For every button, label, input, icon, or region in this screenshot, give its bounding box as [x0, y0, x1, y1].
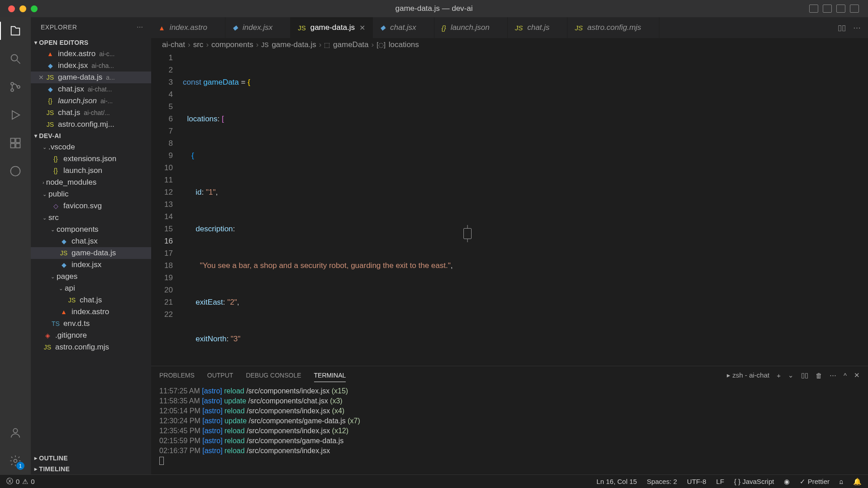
new-terminal-icon[interactable]: + [777, 372, 781, 379]
code-editor[interactable]: 12345678910111213141516171819202122 cons… [151, 52, 868, 366]
kill-terminal-icon[interactable]: 🗑 [816, 372, 822, 379]
editor-tab[interactable]: JSchat.js✕ [508, 17, 568, 38]
status-language[interactable]: { } JavaScript [734, 478, 774, 485]
status-cursor[interactable]: Ln 16, Col 15 [596, 478, 637, 485]
open-editor-item[interactable]: JSchat.jsai-chat/... [31, 107, 151, 119]
split-terminal-icon[interactable]: ▯▯ [801, 371, 808, 379]
breadcrumb-item[interactable]: ⬚ gameData [324, 40, 368, 49]
toggle-panel-bottom-icon[interactable] [823, 5, 832, 13]
editor-tab[interactable]: ◆index.jsx✕ [225, 17, 291, 38]
folder-item[interactable]: ⌄.vscode [31, 141, 151, 153]
code-content[interactable]: const gameData = { locations: [ { id: "1… [183, 52, 868, 366]
close-icon[interactable]: ✕ [37, 74, 45, 81]
maximize-panel-icon[interactable]: ^ [844, 372, 847, 379]
source-control-icon[interactable] [8, 80, 23, 94]
open-editor-item[interactable]: JSastro.config.mj... [31, 119, 151, 130]
timeline-header[interactable]: ▸TIMELINE [31, 464, 151, 474]
svg-point-1 [11, 82, 14, 85]
customize-layout-icon[interactable] [850, 5, 859, 13]
editor-tab[interactable]: JSgame-data.js✕ [291, 17, 373, 38]
open-editor-item[interactable]: ◆chat.jsxai-chat... [31, 83, 151, 95]
open-editor-item[interactable]: ◆index.jsxai-cha... [31, 60, 151, 72]
close-panel-icon[interactable]: ✕ [854, 371, 860, 379]
file-item[interactable]: ◆index.jsx [31, 259, 151, 271]
folder-item[interactable]: ›node_modules [31, 177, 151, 188]
folder-item[interactable]: ⌄public [31, 188, 151, 200]
status-errors[interactable]: ⓧ0⚠0 [6, 477, 35, 486]
open-editors-header[interactable]: ▾OPEN EDITORS [31, 37, 151, 48]
sidebar-explorer: EXPLORER ⋯ ▾OPEN EDITORS ▲index.astroai-… [31, 17, 151, 474]
settings-icon[interactable]: 1 [8, 454, 23, 468]
folder-item[interactable]: ⌄api [31, 282, 151, 294]
maximize-window-button[interactable] [31, 5, 38, 12]
panel-tab-debug[interactable]: DEBUG CONSOLE [246, 369, 301, 382]
folder-item[interactable]: ⌄src [31, 212, 151, 224]
close-window-button[interactable] [8, 5, 15, 12]
status-prettier[interactable]: ✓ Prettier [800, 478, 830, 486]
file-item[interactable]: ▲index.astro [31, 306, 151, 318]
svg-rect-6 [11, 144, 15, 148]
folder-item[interactable]: ⌄pages [31, 271, 151, 282]
file-item[interactable]: {}extensions.json [31, 153, 151, 165]
file-item[interactable]: ◈.gitignore [31, 330, 151, 341]
status-copilot-icon[interactable]: ◉ [784, 478, 790, 486]
status-encoding[interactable]: UTF-8 [687, 478, 706, 485]
terminal-shell-label[interactable]: ▸ zsh - ai-chat [727, 371, 769, 379]
run-debug-icon[interactable] [8, 108, 23, 122]
breadcrumb-item[interactable]: src [193, 40, 204, 49]
open-editor-item[interactable]: {}launch.jsonai-... [31, 95, 151, 107]
project-header[interactable]: ▾DEV-AI [31, 130, 151, 141]
panel-tab-terminal[interactable]: TERMINAL [314, 369, 346, 382]
file-item[interactable]: TSenv.d.ts [31, 318, 151, 330]
terminal-output[interactable]: 11:57:25 AM [astro] reload /src/componen… [151, 384, 868, 474]
explorer-icon[interactable] [8, 24, 23, 38]
svg-point-3 [17, 86, 20, 88]
panel-tab-problems[interactable]: PROBLEMS [159, 369, 195, 382]
text-cursor-icon [463, 228, 472, 239]
file-item[interactable]: JSastro.config.mjs [31, 341, 151, 353]
minimize-window-button[interactable] [19, 5, 26, 12]
status-radio-icon[interactable]: ⩍ [839, 478, 843, 485]
window-controls [0, 5, 38, 12]
file-item[interactable]: ◇favicon.svg [31, 200, 151, 212]
close-tab-icon[interactable]: ✕ [359, 24, 365, 32]
breadcrumb[interactable]: ai-chat›src›components›JS game-data.js›⬚… [151, 38, 868, 52]
editor-tab[interactable]: ◆chat.jsx✕ [373, 17, 434, 38]
breadcrumb-item[interactable]: [◌] locations [377, 40, 419, 49]
extensions-icon[interactable] [8, 136, 23, 150]
line-gutter: 12345678910111213141516171819202122 [151, 52, 183, 366]
breadcrumb-item[interactable]: JS game-data.js [261, 40, 316, 49]
panel-tab-output[interactable]: OUTPUT [207, 369, 234, 382]
search-icon[interactable] [8, 52, 23, 66]
svg-point-8 [11, 167, 20, 176]
editor-tab[interactable]: JSastro.config.mjs✕ [568, 17, 659, 38]
outline-header[interactable]: ▸OUTLINE [31, 453, 151, 464]
open-editor-item[interactable]: ✕JSgame-data.jsa... [31, 72, 151, 83]
file-item[interactable]: JSchat.js [31, 294, 151, 306]
status-bell-icon[interactable]: 🔔 [853, 478, 862, 486]
toggle-panel-left-icon[interactable] [809, 5, 818, 13]
folder-item[interactable]: ⌄components [31, 224, 151, 235]
editor-tabs: ▲index.astro✕◆index.jsx✕JSgame-data.js✕◆… [151, 17, 868, 38]
accounts-icon[interactable] [8, 426, 23, 440]
panel-more-icon[interactable]: ⋯ [830, 371, 836, 379]
file-item[interactable]: {}launch.json [31, 165, 151, 177]
open-editor-item[interactable]: ▲index.astroai-c... [31, 48, 151, 60]
settings-badge: 1 [16, 462, 24, 470]
svg-rect-5 [16, 139, 20, 143]
sidebar-more-icon[interactable]: ⋯ [137, 24, 143, 31]
split-editor-icon[interactable]: ▯▯ [838, 23, 846, 33]
edge-tools-icon[interactable] [8, 164, 23, 178]
terminal-dropdown-icon[interactable]: ⌄ [788, 371, 794, 379]
status-indent[interactable]: Spaces: 2 [647, 478, 677, 485]
editor-tab[interactable]: {}launch.json✕ [434, 17, 508, 38]
breadcrumb-item[interactable]: ai-chat [162, 40, 185, 49]
file-item[interactable]: JSgame-data.js [31, 247, 151, 259]
svg-point-9 [13, 429, 17, 433]
editor-tab[interactable]: ▲index.astro✕ [151, 17, 225, 38]
breadcrumb-item[interactable]: components [211, 40, 253, 49]
more-actions-icon[interactable]: ⋯ [853, 23, 861, 33]
status-eol[interactable]: LF [716, 478, 725, 485]
file-item[interactable]: ◆chat.jsx [31, 235, 151, 247]
toggle-panel-right-icon[interactable] [836, 5, 845, 13]
